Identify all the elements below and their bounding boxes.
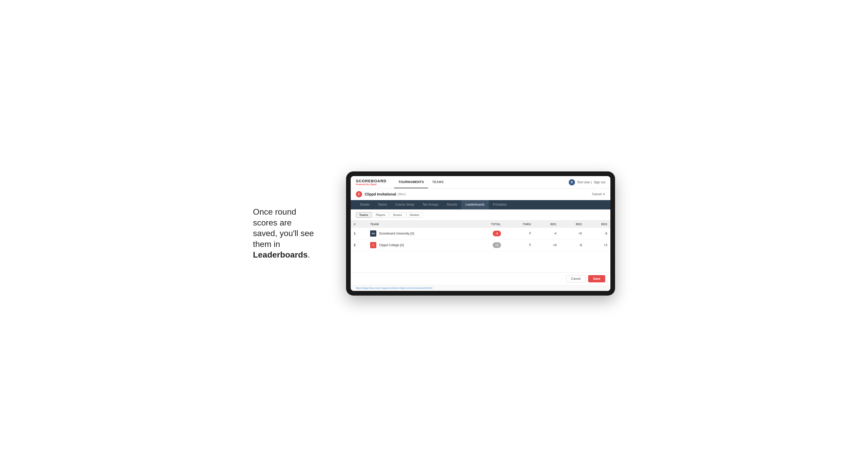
logo-text: SCOREBOARD [356,179,386,183]
desc-line1: Once round [253,207,296,216]
score-badge-2: +3 [493,242,501,248]
url-bar: https://stage-blue-coach.stagescoreboard… [351,285,610,291]
rd3-1: -6 [585,228,610,240]
tab-leaderboards[interactable]: Leaderboards [461,200,489,210]
col-rank: # [351,221,367,228]
rd1-1: -4 [534,228,560,240]
rd3-2: +3 [585,240,610,251]
tournament-header: C Clippd Invitational (Men) Cancel ✕ [351,188,610,200]
filter-strokes-btn[interactable]: Strokes [406,212,423,218]
team-info-1: SU Scoreboard University [A] [370,230,468,237]
col-rd1: RD1 [534,221,560,228]
cancel-label: Cancel [592,192,601,196]
leaderboard-table: # TEAM TOTAL THRU RD1 RD2 RD3 1 [351,221,610,251]
tournament-gender: (Men) [398,192,406,196]
team-logo-1: SU [370,230,376,237]
desc-bold: Leaderboards [253,250,308,259]
sign-out-link[interactable]: Sign out [594,181,605,184]
col-rd3: RD3 [585,221,610,228]
col-thru: THRU [504,221,534,228]
rank-1: 1 [351,228,367,240]
team-name-1: Scoreboard University [A] [379,232,414,235]
filter-teams-btn[interactable]: Teams [356,212,371,218]
desc-line2: scores are [253,218,291,227]
col-team: TEAM [367,221,471,228]
rd2-1: +5 [560,228,585,240]
filter-players-btn[interactable]: Players [372,212,389,218]
tablet-frame: SCOREBOARD Powered by clippd TOURNAMENTS… [346,172,615,295]
logo-brand: clippd [370,183,377,186]
table-row: 1 SU Scoreboard University [A] -5 F [351,228,610,240]
team-info-2: C Clippd College [A] [370,242,468,248]
filter-bar: Teams Players Scores Strokes [351,210,610,221]
page-wrapper: Once round scores are saved, you'll see … [253,172,615,295]
team-cell-2: C Clippd College [A] [367,240,471,251]
thru-1: F [504,228,534,240]
save-button[interactable]: Save [588,275,605,282]
tab-results[interactable]: Results [442,200,461,210]
team-name-2: Clippd College [A] [379,243,404,247]
table-row: 2 C Clippd College [A] +3 F [351,240,610,251]
tab-teams[interactable]: Teams [374,200,391,210]
user-avatar: B [569,179,575,185]
tab-course-setup[interactable]: Course Setup [391,200,418,210]
total-cell-2: +3 [471,240,504,251]
app-footer: Cancel Save [351,272,610,285]
rd2-2: -8 [560,240,585,251]
cancel-icon: ✕ [602,192,605,196]
filter-scores-btn[interactable]: Scores [390,212,405,218]
logo-sub: Powered by clippd [356,183,386,186]
thru-2: F [504,240,534,251]
nav-tournaments[interactable]: TOURNAMENTS [394,176,428,188]
score-badge-1: -5 [493,231,501,236]
content-area: # TEAM TOTAL THRU RD1 RD2 RD3 1 [351,221,610,272]
rd1-2: +8 [534,240,560,251]
total-cell-1: -5 [471,228,504,240]
user-name: Test User | [577,181,592,184]
tab-tee-groups[interactable]: Tee Groups [418,200,442,210]
left-description: Once round scores are saved, you'll see … [253,207,331,260]
table-header-row: # TEAM TOTAL THRU RD1 RD2 RD3 [351,221,610,228]
team-cell-1: SU Scoreboard University [A] [367,228,471,240]
team-logo-2: C [370,242,376,248]
rank-2: 2 [351,240,367,251]
tablet-screen: SCOREBOARD Powered by clippd TOURNAMENTS… [351,176,610,291]
header-right: B Test User | Sign out [569,179,605,185]
col-total: TOTAL [471,221,504,228]
logo-sub-prefix: Powered by [356,183,370,186]
logo-area: SCOREBOARD Powered by clippd [356,179,386,186]
app-header: SCOREBOARD Powered by clippd TOURNAMENTS… [351,176,610,188]
main-nav: TOURNAMENTS TEAMS [394,176,448,188]
tournament-name: Clippd Invitational [365,192,396,196]
tab-nav: Details Teams Course Setup Tee Groups Re… [351,200,610,210]
desc-period: . [308,250,310,259]
tab-details[interactable]: Details [356,200,374,210]
desc-line4: them in [253,240,280,249]
tournament-cancel-btn[interactable]: Cancel ✕ [592,192,605,196]
tab-printables[interactable]: Printables [489,200,511,210]
col-rd2: RD2 [560,221,585,228]
cancel-button[interactable]: Cancel [566,275,586,282]
tournament-icon: C [356,191,362,197]
desc-line3: saved, you'll see [253,228,314,238]
nav-teams[interactable]: TEAMS [428,176,448,188]
